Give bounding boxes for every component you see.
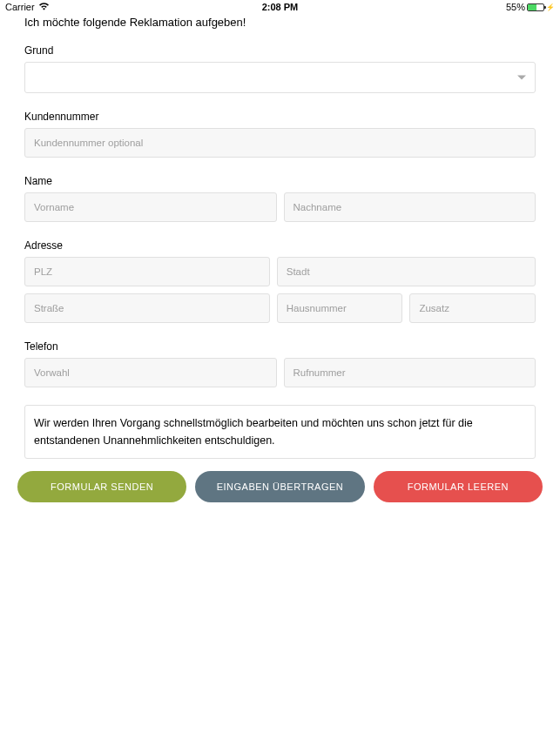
name-label: Name [17,175,543,192]
reason-select[interactable] [24,62,536,93]
status-right: 55% ⚡ [506,2,555,12]
complaint-form: Ich möchte folgende Reklamation aufgeben… [17,14,543,459]
charging-icon: ⚡ [546,3,555,11]
reason-select-input[interactable] [25,63,535,92]
carrier-text: Carrier [5,2,35,12]
street-input[interactable] [24,293,270,323]
plz-input[interactable] [24,257,270,286]
phone-label: Telefon [17,340,543,358]
form-buttons: FORMULAR SENDEN EINGABEN ÜBERTRAGEN FORM… [17,471,543,502]
clear-form-button[interactable]: FORMULAR LEEREN [374,471,543,502]
city-input[interactable] [277,257,536,286]
phone-prefix-input[interactable] [24,358,277,387]
send-form-button[interactable]: FORMULAR SENDEN [17,471,186,502]
battery-icon [527,3,544,11]
battery-percent: 55% [506,2,525,12]
form-intro: Ich möchte folgende Reklamation aufgeben… [17,14,543,44]
chevron-down-icon [517,76,526,80]
transfer-input-button[interactable]: EINGABEN ÜBERTRAGEN [195,471,364,502]
last-name-input[interactable] [284,192,536,222]
customer-number-input[interactable] [24,128,536,158]
address-extra-input[interactable] [409,293,536,323]
first-name-input[interactable] [24,192,277,222]
form-note: Wir werden Ihren Vorgang schnellstmöglic… [24,405,536,459]
reason-label: Grund [17,44,543,62]
status-left: Carrier [5,2,50,12]
phone-number-input[interactable] [284,358,536,387]
status-bar: Carrier 2:08 PM 55% ⚡ [0,0,560,14]
customer-number-label: Kundennummer [17,111,543,128]
wifi-icon [38,2,50,12]
status-time: 2:08 PM [262,2,299,12]
address-label: Adresse [17,239,543,257]
house-number-input[interactable] [277,293,403,323]
